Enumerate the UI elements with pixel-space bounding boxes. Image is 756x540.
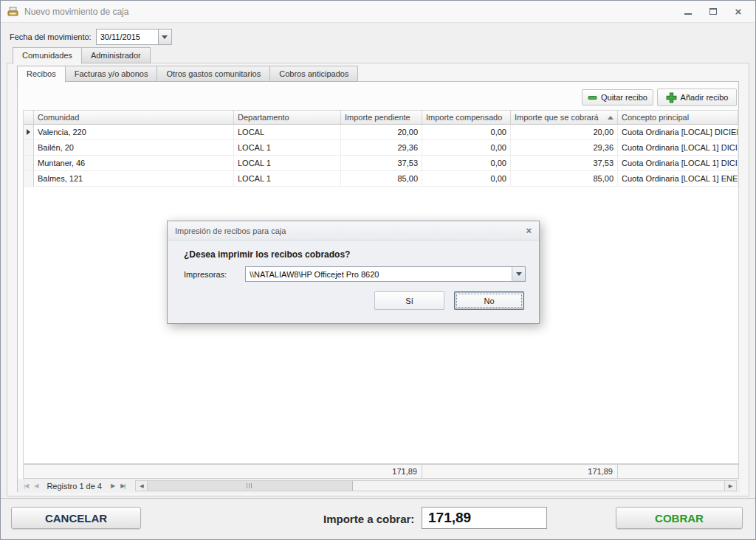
window-title: Nuevo movimiento de caja (24, 7, 128, 17)
total-importe-cobrara: 171,89 (511, 465, 618, 478)
grip-icon (247, 483, 253, 488)
dialog-titlebar: Impresión de recibos para caja × (168, 221, 539, 240)
nav-next-button[interactable]: ▶ (108, 482, 117, 489)
date-input[interactable] (96, 29, 158, 45)
table-row[interactable]: Balmes, 121 LOCAL 1 85,00 0,00 85,00 Cuo… (24, 171, 738, 187)
no-button[interactable]: No (454, 291, 524, 310)
printer-input[interactable] (246, 267, 512, 281)
scrollbar-thumb[interactable] (148, 481, 353, 491)
cell-importe-cobrara: 85,00 (511, 171, 618, 187)
cell-concepto: Cuota Ordinaria [LOCAL 1] DICI (618, 156, 738, 171)
print-receipts-dialog: Impresión de recibos para caja × ¿Desea … (167, 221, 540, 324)
cell-concepto: Cuota Ordinaria [LOCAL] DICIEM (618, 125, 738, 140)
maximize-icon (709, 8, 717, 15)
table-header: Comunidad Departamento Importe pendiente… (24, 111, 738, 125)
date-row: Fecha del movimiento: (10, 29, 172, 45)
nav-prev-button[interactable]: ◀ (31, 482, 41, 489)
printer-dropdown-button[interactable] (512, 267, 525, 281)
dialog-question: ¿Desea imprimir los recibos cobrados? (184, 249, 350, 260)
col-importe-pendiente[interactable]: Importe pendiente (341, 111, 422, 124)
importe-a-cobrar-value: 171,89 (422, 507, 547, 529)
scrollbar-track[interactable] (353, 481, 724, 491)
record-navigator: |◀ ◀ Registro 1 de 4 ▶ ▶| ◀ ▶ (18, 479, 740, 493)
tab-comunidades[interactable]: Comunidades (13, 47, 82, 64)
row-indicator (24, 171, 34, 187)
cell-importe-compensado: 0,00 (422, 140, 511, 156)
cell-importe-pendiente: 29,36 (341, 140, 422, 156)
scroll-right-icon[interactable]: ▶ (724, 481, 736, 491)
cell-comunidad: Bailén, 20 (34, 140, 234, 156)
date-dropdown-button[interactable] (158, 29, 172, 45)
chevron-down-icon (516, 272, 522, 276)
totals-row: 171,89 171,89 (23, 464, 739, 479)
anadir-recibo-label: Añadir recibo (681, 93, 729, 102)
importe-a-cobrar-label: Importe a cobrar: (323, 513, 414, 525)
sub-tabstrip: Recibos Facturas y/o abonos Otros gastos… (17, 66, 358, 83)
cell-importe-cobrara: 37,53 (511, 156, 618, 171)
col-departamento[interactable]: Departamento (234, 111, 341, 124)
cell-importe-compensado: 0,00 (422, 125, 511, 140)
col-concepto-principal[interactable]: Concepto principal (618, 111, 738, 124)
cell-comunidad: Balmes, 121 (34, 171, 234, 187)
cell-importe-pendiente: 37,53 (341, 156, 422, 171)
quitar-recibo-label: Quitar recibo (601, 93, 647, 102)
cell-comunidad: Muntaner, 46 (34, 156, 234, 171)
window-controls: × (680, 4, 749, 19)
col-comunidad[interactable]: Comunidad (34, 111, 234, 124)
tab-cobros-anticipados[interactable]: Cobros anticipados (270, 66, 358, 82)
horizontal-scrollbar[interactable]: ◀ ▶ (135, 480, 737, 491)
cell-departamento: LOCAL 1 (234, 171, 341, 187)
table-row[interactable]: Valencia, 220 LOCAL 20,00 0,00 20,00 Cuo… (24, 125, 738, 140)
minimize-button[interactable] (680, 4, 696, 19)
dialog-close-icon[interactable]: × (526, 225, 532, 236)
dialog-title: Impresión de recibos para caja (175, 226, 286, 235)
minimize-icon (684, 13, 692, 15)
cell-importe-pendiente: 20,00 (341, 125, 422, 140)
titlebar: Nuevo movimiento de caja × (1, 1, 755, 23)
plus-icon (666, 92, 677, 103)
nav-first-button[interactable]: |◀ (21, 482, 31, 489)
cell-importe-compensado: 0,00 (422, 156, 511, 171)
cobrar-button[interactable]: COBRAR (616, 507, 743, 529)
col-importe-cobrara-label: Importe que se cobrará (515, 113, 599, 122)
chevron-down-icon (162, 35, 168, 39)
nav-last-button[interactable]: ▶| (117, 482, 128, 489)
cell-comunidad: Valencia, 220 (34, 125, 234, 140)
cell-concepto: Cuota Ordinaria [LOCAL 1] ENER (618, 171, 738, 187)
main-tabstrip: Comunidades Administrador (13, 47, 151, 64)
cell-concepto: Cuota Ordinaria [LOCAL 1] DICI (618, 140, 738, 156)
record-count-label: Registro 1 de 4 (41, 482, 108, 491)
row-indicator (24, 156, 34, 171)
close-button[interactable]: × (730, 4, 746, 19)
header-indicator-cell (24, 111, 34, 124)
table-row[interactable]: Bailén, 20 LOCAL 1 29,36 0,00 29,36 Cuot… (24, 140, 738, 156)
maximize-button[interactable] (705, 4, 721, 19)
cancelar-button[interactable]: CANCELAR (11, 507, 141, 529)
col-importe-cobrara[interactable]: Importe que se cobrará (511, 111, 618, 124)
row-selector-icon (27, 129, 30, 135)
tab-otros-gastos[interactable]: Otros gastos comunitarios (157, 66, 270, 82)
table-row[interactable]: Muntaner, 46 LOCAL 1 37,53 0,00 37,53 Cu… (24, 156, 738, 171)
cell-importe-compensado: 0,00 (422, 171, 511, 187)
printer-label: Impresoras: (184, 270, 227, 279)
tab-recibos[interactable]: Recibos (17, 66, 66, 83)
cell-departamento: LOCAL (234, 125, 341, 140)
cash-register-icon (7, 6, 20, 18)
scroll-left-icon[interactable]: ◀ (136, 481, 148, 491)
anadir-recibo-button[interactable]: Añadir recibo (657, 89, 737, 106)
quitar-recibo-button[interactable]: Quitar recibo (582, 89, 653, 105)
printer-combobox[interactable] (245, 266, 526, 282)
tab-administrador[interactable]: Administrador (82, 47, 151, 63)
cell-importe-pendiente: 85,00 (341, 171, 422, 187)
row-indicator (24, 125, 34, 140)
close-icon: × (735, 6, 742, 17)
cell-departamento: LOCAL 1 (234, 140, 341, 156)
col-importe-compensado[interactable]: Importe compensado (422, 111, 511, 124)
minus-icon (588, 93, 597, 103)
cell-departamento: LOCAL 1 (234, 156, 341, 171)
tab-facturas-abonos[interactable]: Facturas y/o abonos (66, 66, 158, 82)
row-indicator (24, 140, 34, 156)
cell-importe-cobrara: 29,36 (511, 140, 618, 156)
yes-button[interactable]: Sí (374, 291, 444, 310)
window-nuevo-movimiento: Nuevo movimiento de caja × Fecha del mov… (0, 0, 756, 540)
